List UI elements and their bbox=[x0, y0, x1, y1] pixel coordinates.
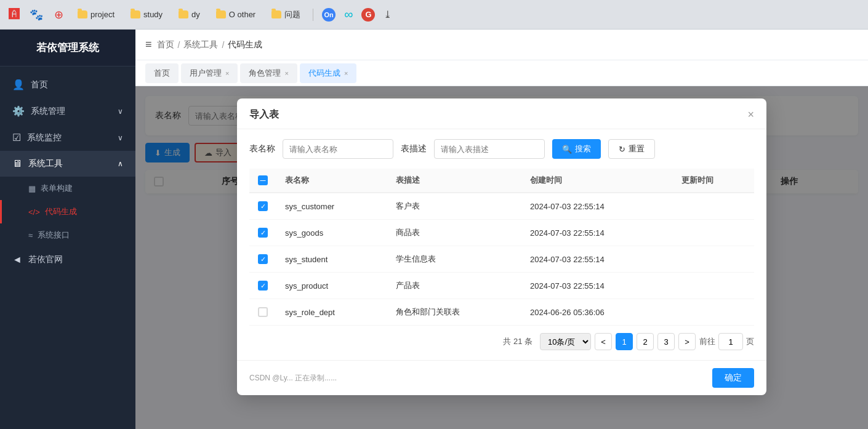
breadcrumb: 首页 / 系统工具 / 代码生成 bbox=[157, 39, 263, 50]
sidebar-title: 若依管理系统 bbox=[0, 30, 135, 66]
page-jump-input[interactable] bbox=[718, 333, 743, 350]
bookmark-wenti[interactable]: 问题 bbox=[268, 7, 304, 22]
bookmark-study[interactable]: study bbox=[127, 8, 166, 21]
row-checkbox[interactable] bbox=[258, 281, 268, 291]
row-checkbox[interactable] bbox=[258, 307, 268, 317]
sidebar-subitem-label: 系统接口 bbox=[38, 230, 70, 241]
breadcrumb-home[interactable]: 首页 bbox=[157, 39, 174, 50]
sidebar: 若依管理系统 👤 首页 ⚙️ 系统管理 ∨ ☑ 系统监控 ∨ 🖥 系统工具 ∧ bbox=[0, 30, 135, 429]
icon-1[interactable]: 🅰 bbox=[7, 8, 21, 22]
page-3-button[interactable]: 3 bbox=[657, 333, 675, 350]
sidebar-item-system[interactable]: ⚙️ 系统管理 ∨ bbox=[0, 98, 135, 124]
menu-toggle-icon[interactable]: ≡ bbox=[145, 38, 152, 51]
modal-col-checkbox bbox=[249, 169, 276, 193]
row-table-name: sys_student bbox=[276, 246, 387, 273]
sidebar-subitem-label: 代码生成 bbox=[45, 206, 77, 217]
page-content: 表名称 ⬇ 生成 ☁ 导入 ✎ 修改 bbox=[135, 86, 868, 429]
modal-col-desc: 表描述 bbox=[387, 169, 521, 193]
total-info: 共 21 条 bbox=[503, 336, 532, 347]
icon-2[interactable]: 🐾 bbox=[30, 8, 43, 22]
page-jump: 前往 页 bbox=[699, 333, 754, 350]
tab-user-mgmt[interactable]: 用户管理 × bbox=[181, 63, 238, 83]
row-checkbox-cell bbox=[249, 193, 276, 220]
on-icon[interactable]: On bbox=[322, 8, 336, 22]
bookmark-other[interactable]: O other bbox=[212, 8, 259, 21]
row-checkbox-cell bbox=[249, 299, 276, 326]
modal-table-desc-input[interactable] bbox=[434, 139, 545, 159]
bookmark-dy[interactable]: dy bbox=[175, 8, 204, 21]
modal-reset-button[interactable]: ↻ 重置 bbox=[608, 139, 655, 159]
sidebar-item-website[interactable]: ◄ 若依官网 bbox=[0, 247, 135, 273]
per-page-select[interactable]: 10条/页 20条/页 50条/页 bbox=[540, 333, 591, 350]
modal-table: 表名称 表描述 创建时间 更新时间 bbox=[249, 169, 754, 326]
select-all-modal-checkbox[interactable] bbox=[258, 175, 268, 185]
tab-label: 首页 bbox=[154, 68, 170, 79]
sidebar-item-label: 系统工具 bbox=[28, 158, 63, 169]
row-updated bbox=[673, 273, 754, 299]
row-table-desc: 客户表 bbox=[387, 193, 521, 220]
tab-role-mgmt[interactable]: 角色管理 × bbox=[240, 63, 297, 83]
sidebar-item-tools[interactable]: 🖥 系统工具 ∧ bbox=[0, 151, 135, 177]
row-checkbox[interactable] bbox=[258, 254, 268, 264]
row-created: 2024-06-26 05:36:06 bbox=[521, 299, 673, 326]
row-updated bbox=[673, 246, 754, 273]
row-checkbox[interactable] bbox=[258, 201, 268, 211]
table-row: sys_goods 商品表 2024-07-03 22:55:14 bbox=[249, 220, 754, 246]
page-2-button[interactable]: 2 bbox=[637, 333, 654, 350]
tab-close-icon[interactable]: × bbox=[344, 70, 348, 77]
page-1-button[interactable]: 1 bbox=[616, 333, 633, 350]
tab-code-gen[interactable]: 代码生成 × bbox=[300, 63, 356, 83]
reset-icon: ↻ bbox=[619, 145, 625, 154]
next-page-button[interactable]: > bbox=[678, 333, 696, 350]
tab-close-icon[interactable]: × bbox=[284, 70, 288, 77]
bookmark-project[interactable]: project bbox=[74, 8, 118, 21]
infinity-icon[interactable]: ∞ bbox=[344, 7, 353, 22]
search-icon: 🔍 bbox=[562, 145, 572, 154]
top-bar: ≡ 首页 / 系统工具 / 代码生成 bbox=[135, 30, 868, 60]
sidebar-item-code-gen[interactable]: </> 代码生成 bbox=[0, 200, 135, 223]
tab-close-icon[interactable]: × bbox=[225, 70, 229, 77]
row-table-name: sys_product bbox=[276, 273, 387, 299]
arrow-down-icon[interactable]: ⤓ bbox=[384, 9, 392, 20]
sidebar-item-label: 首页 bbox=[31, 79, 48, 90]
website-icon: ◄ bbox=[12, 254, 22, 265]
row-checkbox-cell bbox=[249, 246, 276, 273]
goto-label: 前往 bbox=[699, 336, 715, 347]
tab-label: 代码生成 bbox=[308, 68, 340, 79]
modal-table-name-input[interactable] bbox=[283, 139, 393, 159]
sidebar-item-form-builder[interactable]: ▦ 表单构建 bbox=[0, 177, 135, 200]
pagination: 共 21 条 10条/页 20条/页 50条/页 < 1 2 3 > bbox=[249, 333, 754, 350]
tab-home[interactable]: 首页 bbox=[145, 63, 179, 83]
modal-col-updated: 更新时间 bbox=[673, 169, 754, 193]
g-icon[interactable]: G bbox=[361, 8, 375, 22]
tab-label: 角色管理 bbox=[249, 68, 281, 79]
sidebar-item-api[interactable]: ≈ 系统接口 bbox=[0, 223, 135, 247]
modal-search-button[interactable]: 🔍 搜索 bbox=[552, 139, 601, 159]
home-icon: 👤 bbox=[12, 79, 25, 90]
table-row: sys_role_dept 角色和部门关联表 2024-06-26 05:36:… bbox=[249, 299, 754, 326]
row-table-desc: 学生信息表 bbox=[387, 246, 521, 273]
sidebar-item-label: 若依官网 bbox=[28, 254, 63, 265]
icon-3[interactable]: ⊕ bbox=[52, 8, 65, 22]
modal-col-name: 表名称 bbox=[276, 169, 387, 193]
sidebar-item-home[interactable]: 👤 首页 bbox=[0, 71, 135, 98]
modal-close-button[interactable]: × bbox=[747, 108, 754, 121]
chevron-down-icon: ∨ bbox=[118, 107, 123, 116]
prev-page-button[interactable]: < bbox=[595, 333, 612, 350]
grid-icon: ▦ bbox=[28, 184, 36, 193]
confirm-button[interactable]: 确定 bbox=[712, 368, 754, 388]
code-icon: </> bbox=[28, 207, 40, 217]
row-checkbox[interactable] bbox=[258, 228, 268, 238]
modal-body: 表名称 表描述 🔍 搜索 ↻ 重置 bbox=[237, 129, 766, 360]
row-checkbox-cell bbox=[249, 220, 276, 246]
chevron-down-icon: ∨ bbox=[118, 134, 123, 142]
row-table-desc: 角色和部门关联表 bbox=[387, 299, 521, 326]
sidebar-item-monitor[interactable]: ☑ 系统监控 ∨ bbox=[0, 124, 135, 151]
tools-icon: 🖥 bbox=[12, 158, 22, 169]
folder-icon bbox=[179, 10, 188, 18]
breadcrumb-tools[interactable]: 系统工具 bbox=[183, 39, 218, 50]
row-table-desc: 商品表 bbox=[387, 220, 521, 246]
row-created: 2024-07-03 22:55:14 bbox=[521, 193, 673, 220]
row-created: 2024-07-03 22:55:14 bbox=[521, 246, 673, 273]
row-table-name: sys_customer bbox=[276, 193, 387, 220]
